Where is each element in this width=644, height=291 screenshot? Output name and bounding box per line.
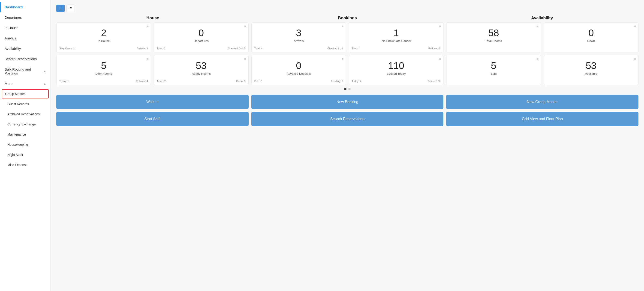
card-sold: ≡ 5 Sold [446,55,541,85]
in-house-label: In House [98,39,110,43]
dirty-rooms-footer: Today: 1 Rollover: 4 [59,78,148,82]
action-buttons-grid: Walk In New Booking New Group Master Sta… [56,95,638,126]
no-show-footer-left: Total: 1 [352,47,360,50]
dirty-rooms-label: Dirty Rooms [95,72,112,75]
card-total-rooms: ≡ 58 Total Rooms [446,22,541,52]
sidebar-item-arrivals[interactable]: Arrivals [0,33,50,43]
arrivals-number: 3 [296,28,301,38]
sidebar-item-availability[interactable]: Availability [0,43,50,54]
sidebar-item-more[interactable]: More ∧ [0,78,50,89]
sidebar-item-night-audit[interactable]: Night Audit [0,150,50,160]
available-label: Available [585,72,597,75]
departures-label: Departures [194,39,208,43]
departures-number: 0 [198,28,204,38]
in-house-footer: Stay Overs: 1 Arrivals: 1 [59,45,148,50]
sidebar-item-label: Housekeeping [8,143,28,146]
grid-icon: ⠿ [59,6,62,10]
sidebar: Dashboard Departures In House Arrivals A… [0,0,51,291]
availability-section-header: Availability [447,16,638,20]
card-menu-icon[interactable]: ≡ [634,24,636,28]
sidebar-item-bulk-routing[interactable]: Bulk Routing and Postings ∧ [0,64,50,78]
arrivals-footer-right: Checked In: 1 [327,47,343,50]
card-booked-today: ≡ 110 Booked Today Today: 4 Future: 106 [349,55,444,85]
card-arrivals: ≡ 3 Arrivals Total: 4 Checked In: 1 [251,22,346,52]
no-show-number: 1 [393,28,399,38]
available-footer [547,81,636,82]
dirty-rooms-number: 5 [101,60,106,71]
sidebar-item-housekeeping[interactable]: Housekeeping [0,139,50,150]
advance-deposits-footer-right: Pending: 0 [331,80,343,82]
card-menu-icon[interactable]: ≡ [634,57,636,61]
card-dirty-rooms: ≡ 5 Dirty Rooms Today: 1 Rollover: 4 [56,55,151,85]
card-menu-icon[interactable]: ≡ [244,57,246,61]
advance-deposits-footer: Paid: 0 Pending: 0 [254,78,343,82]
total-rooms-footer [449,48,538,50]
card-menu-icon[interactable]: ≡ [342,24,344,28]
sidebar-item-label: Arrivals [4,36,16,40]
card-down: ≡ 0 Down [544,22,638,52]
pagination-dot-2[interactable] [348,88,350,90]
view-toolbar: ⠿ ≡ [56,4,638,12]
card-menu-icon[interactable]: ≡ [536,57,538,61]
sold-label: Sold [490,72,496,75]
card-menu-icon[interactable]: ≡ [439,57,441,61]
card-menu-icon[interactable]: ≡ [439,24,441,28]
pagination-dot-1[interactable] [344,88,346,90]
in-house-footer-left: Stay Overs: 1 [59,47,75,50]
sidebar-item-guest-records[interactable]: Guest Records [0,99,50,109]
sidebar-item-departures[interactable]: Departures [0,12,50,22]
new-booking-button[interactable]: New Booking [251,95,444,109]
grid-view-toggle[interactable]: ⠿ [56,4,65,12]
sidebar-item-label: Bulk Routing and Postings [4,67,44,75]
sidebar-item-maintenance[interactable]: Maintenance [0,129,50,139]
sidebar-item-label: Guest Records [8,102,29,106]
sidebar-item-currency-exchange[interactable]: Currency Exchange [0,119,50,129]
sidebar-item-inhouse[interactable]: In House [0,22,50,33]
ready-rooms-number: 53 [196,60,206,71]
cards-row-2: ≡ 5 Dirty Rooms Today: 1 Rollover: 4 ≡ 5… [56,55,638,85]
cards-row-1: ≡ 2 In House Stay Overs: 1 Arrivals: 1 ≡… [56,22,638,52]
in-house-number: 2 [101,28,106,38]
card-menu-icon[interactable]: ≡ [342,57,344,61]
bookings-section-header: Bookings [252,16,443,20]
section-headers: House Bookings Availability [56,16,638,20]
sidebar-item-label: Archived Reservations [8,112,40,116]
sidebar-item-label: Currency Exchange [8,122,36,126]
sidebar-item-label: Availability [4,46,21,50]
list-view-toggle[interactable]: ≡ [66,4,75,12]
sidebar-item-dashboard[interactable]: Dashboard [0,2,50,12]
dirty-rooms-footer-left: Today: 1 [59,80,69,82]
no-show-footer: Total: 1 Rollover: 0 [352,45,440,50]
card-departures: ≡ 0 Departures Total: 0 Checked Out: 0 [154,22,248,52]
new-group-master-button[interactable]: New Group Master [446,95,638,109]
card-menu-icon[interactable]: ≡ [146,24,148,28]
sidebar-item-label: Dashboard [4,5,22,9]
sidebar-item-search-reservations[interactable]: Search Reservations [0,54,50,64]
sidebar-item-group-master[interactable]: Group Master [2,89,49,98]
sidebar-item-misc-expense[interactable]: Misc Expense [0,160,50,170]
sidebar-item-archived-reservations[interactable]: Archived Reservations [0,109,50,119]
arrivals-label: Arrivals [294,39,304,43]
walk-in-button[interactable]: Walk In [56,95,248,109]
search-reservations-button[interactable]: Search Reservations [251,112,444,126]
card-ready-rooms: ≡ 53 Ready Rooms Total: 53 Clean: 0 [154,55,248,85]
no-show-footer-right: Rollover: 0 [428,47,441,50]
sidebar-item-label: More [4,82,12,85]
sidebar-item-label: Maintenance [8,133,26,136]
grid-view-floor-plan-button[interactable]: Grid View and Floor Plan [446,112,638,126]
card-menu-icon[interactable]: ≡ [536,24,538,28]
down-footer [547,48,636,50]
card-menu-icon[interactable]: ≡ [146,57,148,61]
advance-deposits-number: 0 [296,60,301,71]
start-shift-button[interactable]: Start Shift [56,112,248,126]
card-menu-icon[interactable]: ≡ [244,24,246,28]
ready-rooms-footer-left: Total: 53 [157,80,166,82]
down-label: Down [587,39,595,43]
departures-footer-left: Total: 0 [157,47,165,50]
card-no-show: ≡ 1 No Show/Late Cancel Total: 1 Rollove… [349,22,444,52]
house-section-header: House [57,16,248,20]
card-in-house: ≡ 2 In House Stay Overs: 1 Arrivals: 1 [56,22,151,52]
sidebar-item-label: Search Reservations [4,57,37,61]
sold-number: 5 [491,60,496,71]
ready-rooms-label: Ready Rooms [192,72,210,75]
